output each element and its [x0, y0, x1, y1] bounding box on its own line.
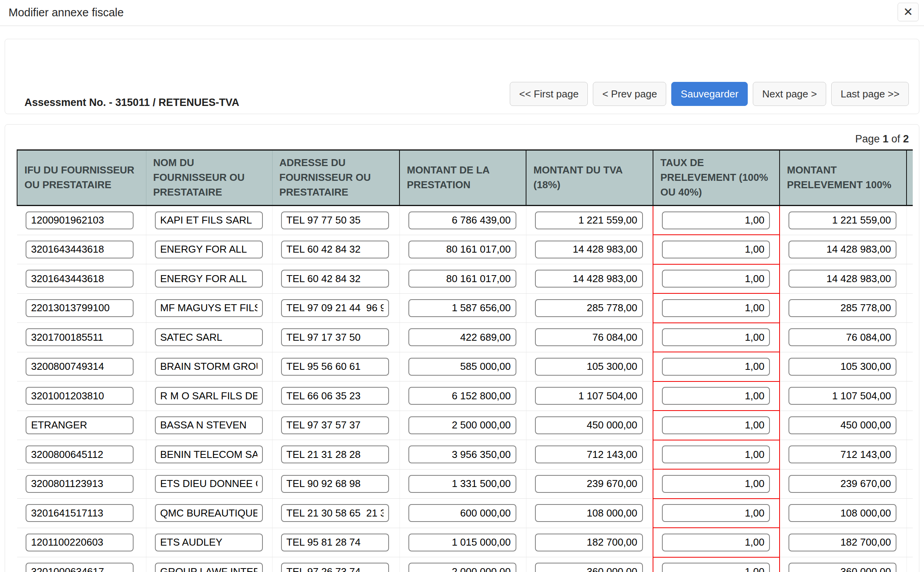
supplier-name-input[interactable] [155, 445, 263, 463]
supplier-name-input[interactable] [155, 416, 263, 434]
ifu-input[interactable] [26, 563, 134, 572]
supplier-name-input[interactable] [155, 358, 263, 376]
prestation-amount-input[interactable] [408, 534, 516, 551]
tva-amount-input[interactable] [535, 241, 643, 258]
close-button[interactable]: ✕ [898, 3, 919, 21]
tva-amount-input[interactable] [535, 445, 643, 463]
taux-input[interactable] [662, 328, 770, 346]
prestation-amount-input[interactable] [408, 211, 516, 229]
tva-amount-input[interactable] [535, 358, 643, 376]
supplier-address-input[interactable] [281, 504, 389, 522]
prestation-amount-input[interactable] [408, 445, 516, 463]
ifu-input[interactable] [26, 328, 134, 346]
first-page-button[interactable]: << First page [510, 82, 588, 106]
ifu-input[interactable] [26, 299, 134, 317]
save-button[interactable]: Sauvegarder [671, 82, 748, 106]
supplier-address-input[interactable] [281, 211, 389, 229]
table-row [17, 499, 913, 528]
prestation-amount-input[interactable] [408, 358, 516, 376]
prelevement-amount-input[interactable] [789, 387, 896, 405]
spacer-cell [907, 440, 913, 470]
ifu-input[interactable] [26, 358, 134, 376]
prestation-amount-input[interactable] [408, 328, 516, 346]
supplier-address-input[interactable] [281, 270, 389, 288]
supplier-address-input[interactable] [281, 387, 389, 405]
prelevement-amount-input[interactable] [789, 416, 896, 434]
ifu-input[interactable] [26, 270, 134, 288]
prestation-amount-input[interactable] [408, 241, 516, 258]
spacer-cell [907, 499, 913, 528]
taux-input[interactable] [662, 475, 770, 493]
ifu-input[interactable] [26, 387, 134, 405]
ifu-input[interactable] [26, 475, 134, 493]
next-page-button[interactable]: Next page > [753, 82, 826, 106]
ifu-input[interactable] [26, 504, 134, 522]
supplier-address-input[interactable] [281, 328, 389, 346]
taux-input[interactable] [662, 445, 770, 463]
prev-page-button[interactable]: < Prev page [593, 82, 666, 106]
taux-input[interactable] [662, 270, 770, 288]
prestation-amount-input[interactable] [408, 475, 516, 493]
supplier-name-input[interactable] [155, 270, 263, 288]
supplier-name-input[interactable] [155, 534, 263, 551]
supplier-name-input[interactable] [155, 504, 263, 522]
prelevement-amount-input[interactable] [789, 241, 896, 258]
taux-input[interactable] [662, 358, 770, 376]
supplier-address-input[interactable] [281, 358, 389, 376]
taux-input[interactable] [662, 534, 770, 551]
tva-amount-input[interactable] [535, 270, 643, 288]
ifu-input[interactable] [26, 241, 134, 258]
ifu-input[interactable] [26, 445, 134, 463]
prestation-amount-input[interactable] [408, 387, 516, 405]
prelevement-amount-input[interactable] [789, 299, 896, 317]
prestation-amount-input[interactable] [408, 416, 516, 434]
supplier-address-input[interactable] [281, 299, 389, 317]
tva-amount-input[interactable] [535, 534, 643, 551]
tva-amount-input[interactable] [535, 387, 643, 405]
last-page-button[interactable]: Last page >> [831, 82, 909, 106]
prelevement-amount-input[interactable] [789, 358, 896, 376]
supplier-address-input[interactable] [281, 534, 389, 551]
tva-amount-input[interactable] [535, 563, 643, 572]
tva-amount-input[interactable] [535, 299, 643, 317]
prelevement-amount-input[interactable] [789, 211, 896, 229]
supplier-name-input[interactable] [155, 328, 263, 346]
supplier-address-input[interactable] [281, 445, 389, 463]
supplier-name-input[interactable] [155, 299, 263, 317]
supplier-name-input[interactable] [155, 211, 263, 229]
prestation-amount-input[interactable] [408, 299, 516, 317]
prestation-amount-input[interactable] [408, 504, 516, 522]
ifu-input[interactable] [26, 211, 134, 229]
taux-input[interactable] [662, 416, 770, 434]
tva-amount-input[interactable] [535, 475, 643, 493]
prelevement-amount-input[interactable] [789, 563, 896, 572]
taux-input[interactable] [662, 563, 770, 572]
taux-input[interactable] [662, 211, 770, 229]
supplier-name-input[interactable] [155, 241, 263, 258]
supplier-name-input[interactable] [155, 563, 263, 572]
prestation-amount-input[interactable] [408, 563, 516, 572]
supplier-name-input[interactable] [155, 475, 263, 493]
supplier-address-input[interactable] [281, 475, 389, 493]
prelevement-amount-input[interactable] [789, 328, 896, 346]
taux-input[interactable] [662, 241, 770, 258]
ifu-input[interactable] [26, 416, 134, 434]
prelevement-amount-input[interactable] [789, 475, 896, 493]
prestation-amount-input[interactable] [408, 270, 516, 288]
supplier-address-input[interactable] [281, 416, 389, 434]
taux-input[interactable] [662, 387, 770, 405]
prelevement-amount-input[interactable] [789, 445, 896, 463]
taux-input[interactable] [662, 299, 770, 317]
tva-amount-input[interactable] [535, 416, 643, 434]
prelevement-amount-input[interactable] [789, 270, 896, 288]
tva-amount-input[interactable] [535, 504, 643, 522]
supplier-address-input[interactable] [281, 563, 389, 572]
prelevement-amount-input[interactable] [789, 504, 896, 522]
taux-input[interactable] [662, 504, 770, 522]
tva-amount-input[interactable] [535, 328, 643, 346]
supplier-address-input[interactable] [281, 241, 389, 258]
prelevement-amount-input[interactable] [789, 534, 896, 551]
ifu-input[interactable] [26, 534, 134, 551]
tva-amount-input[interactable] [535, 211, 643, 229]
supplier-name-input[interactable] [155, 387, 263, 405]
